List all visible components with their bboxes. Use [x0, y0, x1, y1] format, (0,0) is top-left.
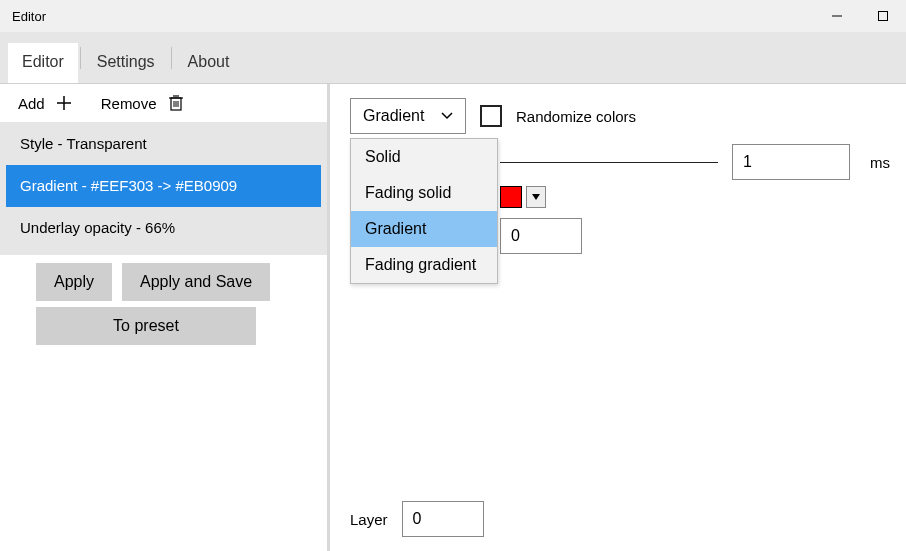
layer-list: Style - Transparent Gradient - #EEF303 -…	[0, 122, 327, 255]
list-toolbar: Add Remove	[0, 84, 327, 122]
minimize-button[interactable]	[814, 0, 860, 32]
tab-editor[interactable]: Editor	[8, 43, 78, 83]
to-preset-button[interactable]: To preset	[36, 307, 256, 345]
svg-marker-10	[532, 194, 540, 200]
trash-icon	[167, 94, 185, 112]
dropdown-option-fading-gradient[interactable]: Fading gradient	[351, 247, 497, 283]
layer-label: Layer	[350, 511, 388, 528]
duration-unit: ms	[870, 154, 890, 171]
add-label: Add	[18, 95, 45, 112]
add-button[interactable]: Add	[18, 94, 73, 112]
randomize-label: Randomize colors	[516, 108, 636, 125]
list-item[interactable]: Underlay opacity - 66%	[6, 207, 321, 249]
fill-type-select[interactable]: Gradient	[350, 98, 466, 134]
window-controls	[814, 0, 906, 32]
window-title: Editor	[12, 9, 46, 24]
dropdown-option-fading-solid[interactable]: Fading solid	[351, 175, 497, 211]
dropdown-option-solid[interactable]: Solid	[351, 139, 497, 175]
left-panel: Add Remove Style - Transparent Gradient …	[0, 84, 330, 551]
chevron-down-icon	[441, 109, 453, 123]
minimize-icon	[831, 10, 843, 22]
list-item[interactable]: Gradient - #EEF303 -> #EB0909	[6, 165, 321, 207]
remove-button[interactable]: Remove	[101, 94, 185, 112]
apply-button[interactable]: Apply	[36, 263, 112, 301]
tab-bar: Editor Settings About	[0, 32, 906, 84]
titlebar: Editor	[0, 0, 906, 32]
fill-type-dropdown: Solid Fading solid Gradient Fading gradi…	[350, 138, 498, 284]
tab-separator	[80, 47, 81, 69]
layer-input[interactable]	[402, 501, 484, 537]
caret-down-icon	[532, 194, 540, 200]
list-item[interactable]: Style - Transparent	[6, 123, 321, 165]
number-input[interactable]	[500, 218, 582, 254]
duration-slider[interactable]	[500, 162, 718, 163]
apply-save-button[interactable]: Apply and Save	[122, 263, 270, 301]
maximize-icon	[877, 10, 889, 22]
svg-rect-1	[879, 12, 888, 21]
dropdown-option-gradient[interactable]: Gradient	[351, 211, 497, 247]
tab-settings[interactable]: Settings	[83, 43, 169, 83]
plus-icon	[55, 94, 73, 112]
maximize-button[interactable]	[860, 0, 906, 32]
remove-label: Remove	[101, 95, 157, 112]
tab-separator	[171, 47, 172, 69]
duration-input[interactable]	[732, 144, 850, 180]
color-dropdown-button[interactable]	[526, 186, 546, 208]
tab-about[interactable]: About	[174, 43, 244, 83]
select-value: Gradient	[363, 107, 424, 125]
color-swatch[interactable]	[500, 186, 522, 208]
right-panel: Gradient Randomize colors ms Solid Fad	[330, 84, 906, 551]
randomize-checkbox[interactable]	[480, 105, 502, 127]
